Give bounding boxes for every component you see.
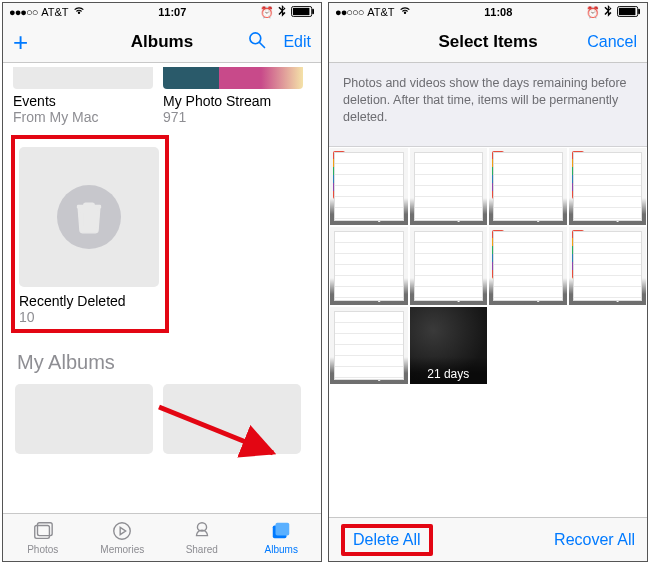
alarm-icon: ⏰ <box>260 6 274 19</box>
days-remaining: 21 days <box>410 357 488 384</box>
clock: 11:07 <box>158 6 186 18</box>
recently-deleted-highlight: Recently Deleted 10 <box>11 135 169 333</box>
days-remaining: 23 days <box>569 278 647 305</box>
photo-thumb[interactable]: 23 days <box>569 148 647 226</box>
album-count: 10 <box>19 309 161 325</box>
photo-thumb[interactable]: 23 days <box>330 148 408 226</box>
album-photostream[interactable]: My Photo Stream 971 <box>163 67 303 125</box>
album-thumb <box>13 67 153 89</box>
content-area: Photos and videos show the days remainin… <box>329 63 647 517</box>
trash-icon <box>74 200 104 234</box>
svg-point-9 <box>114 523 131 540</box>
status-bar: AT&T 11:08 ⏰ <box>329 3 647 21</box>
content-area: Events From My Mac My Photo Stream 971 R… <box>3 63 321 513</box>
clock: 11:08 <box>484 6 512 18</box>
days-remaining: 23 days <box>330 198 408 225</box>
photo-grid: 23 days 23 days 23 days 23 days 23 days … <box>329 147 647 386</box>
phone-select-items: AT&T 11:08 ⏰ Select Items Cancel Photos … <box>328 2 648 562</box>
carrier-label: AT&T <box>367 6 394 18</box>
recently-deleted-thumb <box>19 147 159 287</box>
album-title: Recently Deleted <box>19 293 161 309</box>
photo-thumb[interactable]: 23 days <box>330 227 408 305</box>
days-remaining: 23 days <box>489 278 567 305</box>
search-icon[interactable] <box>247 30 267 54</box>
tab-label: Shared <box>186 544 218 555</box>
photo-thumb[interactable]: 23 days <box>410 227 488 305</box>
days-remaining: 23 days <box>410 198 488 225</box>
carrier-label: AT&T <box>41 6 68 18</box>
delete-all-button[interactable]: Delete All <box>353 531 421 548</box>
album-title: Events <box>13 93 153 109</box>
signal-dots <box>335 6 363 18</box>
album-title: My Photo Stream <box>163 93 303 109</box>
status-bar: AT&T 11:07 ⏰ <box>3 3 321 21</box>
tab-label: Albums <box>265 544 298 555</box>
tab-bar: Photos Memories Shared Albums <box>3 513 321 561</box>
my-albums-row <box>3 384 321 454</box>
album-placeholder[interactable] <box>15 384 153 454</box>
svg-rect-13 <box>619 7 636 14</box>
wifi-icon <box>399 5 411 19</box>
edit-button[interactable]: Edit <box>283 33 311 51</box>
toolbar: Delete All Recover All <box>329 517 647 561</box>
tab-label: Photos <box>27 544 58 555</box>
cancel-button[interactable]: Cancel <box>587 33 637 51</box>
bluetooth-icon <box>278 5 287 19</box>
tab-shared[interactable]: Shared <box>162 514 242 561</box>
days-remaining: 23 days <box>330 357 408 384</box>
days-remaining: 23 days <box>489 198 567 225</box>
svg-rect-1 <box>293 7 310 14</box>
photo-thumb[interactable]: 23 days <box>330 307 408 385</box>
signal-dots <box>9 6 37 18</box>
album-subtitle: 971 <box>163 109 303 125</box>
svg-rect-11 <box>276 523 290 536</box>
recover-all-button[interactable]: Recover All <box>554 531 635 549</box>
days-remaining: 23 days <box>569 198 647 225</box>
tab-albums[interactable]: Albums <box>242 514 322 561</box>
svg-rect-2 <box>312 8 314 14</box>
svg-rect-14 <box>638 8 640 14</box>
albums-icon <box>269 520 293 542</box>
memories-icon <box>110 520 134 542</box>
battery-icon <box>291 6 315 19</box>
battery-icon <box>617 6 641 19</box>
photo-thumb[interactable]: 23 days <box>569 227 647 305</box>
nav-bar: Select Items Cancel <box>329 21 647 63</box>
album-subtitle: From My Mac <box>13 109 153 125</box>
days-remaining: 23 days <box>330 278 408 305</box>
delete-all-highlight: Delete All <box>341 524 433 556</box>
svg-line-4 <box>260 42 265 47</box>
wifi-icon <box>73 5 85 19</box>
tab-memories[interactable]: Memories <box>83 514 163 561</box>
photo-thumb[interactable]: 23 days <box>410 148 488 226</box>
info-banner: Photos and videos show the days remainin… <box>329 63 647 147</box>
recently-deleted-album[interactable]: Recently Deleted 10 <box>19 147 161 325</box>
photos-icon <box>31 520 55 542</box>
nav-bar: + Albums Edit <box>3 21 321 63</box>
photo-thumb[interactable]: 23 days <box>489 148 567 226</box>
album-thumb <box>163 67 303 89</box>
tab-photos[interactable]: Photos <box>3 514 83 561</box>
photo-thumb[interactable]: 23 days <box>489 227 567 305</box>
bluetooth-icon <box>604 5 613 19</box>
shared-icon <box>190 520 214 542</box>
album-events[interactable]: Events From My Mac <box>13 67 153 125</box>
alarm-icon: ⏰ <box>586 6 600 19</box>
section-my-albums: My Albums <box>3 333 321 384</box>
photo-thumb[interactable]: 21 days <box>410 307 488 385</box>
add-button[interactable]: + <box>13 29 28 55</box>
tab-label: Memories <box>100 544 144 555</box>
album-placeholder[interactable] <box>163 384 301 454</box>
days-remaining: 23 days <box>410 278 488 305</box>
phone-albums: AT&T 11:07 ⏰ + Albums Edit <box>2 2 322 562</box>
